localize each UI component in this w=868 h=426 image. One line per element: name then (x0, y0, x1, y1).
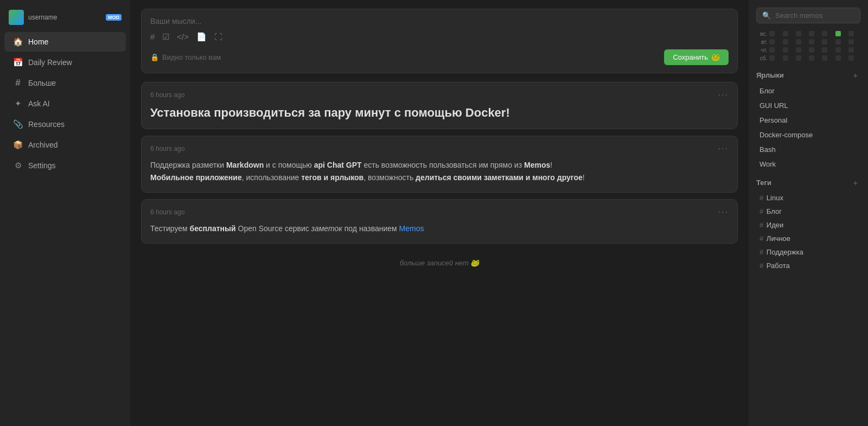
calendar-row-tue: вт. (756, 39, 860, 45)
heading-toolbar-icon[interactable]: # (150, 32, 155, 42)
search-box[interactable]: 🔍 (756, 8, 860, 23)
sidebar-item-daily-review[interactable]: 📅 Daily Review (4, 53, 126, 72)
cal-dot (769, 39, 775, 44)
cal-dot (783, 47, 788, 53)
label-blog[interactable]: Блог (756, 84, 860, 98)
cal-dot (783, 55, 788, 61)
sidebar-label-archived: Archived (28, 141, 58, 149)
checkbox-toolbar-icon[interactable]: ☑ (162, 32, 169, 42)
cal-dot (848, 31, 854, 36)
username-text: username (28, 14, 101, 21)
labels-section-title: Ярлыки (756, 71, 784, 79)
cal-label-sat: сб. (756, 55, 768, 61)
sidebar-logo: username MOD (0, 7, 130, 31)
save-button[interactable]: Сохранить 🐸 (664, 49, 729, 65)
visibility-text: Видно только вам (162, 53, 221, 61)
cal-dot (809, 47, 814, 53)
cal-dot (835, 55, 841, 61)
no-more-label: больше записей нет 🐸 (141, 250, 738, 280)
cal-dot-active (835, 31, 841, 36)
cal-dot (822, 31, 827, 36)
main-content: Ваши мысли... # ☑ </> 📄 ⛶ 🔒 Видно только… (130, 0, 749, 426)
memo-card-3: 6 hours ago ··· Тестируем бесплатный Ope… (141, 199, 738, 244)
cal-dot (796, 39, 801, 44)
save-label: Сохранить (673, 53, 708, 61)
cal-dot (822, 47, 827, 53)
tag-support[interactable]: # Поддержка (756, 246, 860, 258)
label-docker-compose[interactable]: Docker-compose (756, 128, 860, 142)
search-icon: 🔍 (762, 11, 771, 20)
calendar-icon: 📅 (13, 58, 23, 67)
memos-link[interactable]: Memos (399, 224, 424, 233)
hash-icon: # (13, 78, 23, 88)
save-icon: 🐸 (711, 53, 720, 61)
lock-icon: 🔒 (150, 53, 159, 61)
fullscreen-toolbar-icon[interactable]: ⛶ (214, 32, 222, 42)
label-gui-url[interactable]: GUI URL (756, 99, 860, 112)
search-input[interactable] (775, 11, 854, 20)
cal-dot (783, 31, 788, 36)
sidebar-label-daily-review: Daily Review (28, 58, 72, 67)
tag-blog[interactable]: # Блог (756, 205, 860, 218)
calendar-row-sat: сб. (756, 55, 860, 61)
cal-dot (848, 39, 854, 44)
cal-label-tue: вт. (756, 39, 768, 45)
compose-placeholder[interactable]: Ваши мысли... (150, 17, 729, 26)
tag-hash: # (760, 221, 763, 229)
sidebar-item-explore[interactable]: # Больше (4, 73, 126, 93)
sidebar-item-archived[interactable]: 📦 Archived (4, 135, 126, 155)
sidebar-label-ask-ai: Ask AI (28, 99, 50, 108)
tag-personal[interactable]: # Личное (756, 232, 860, 245)
sidebar-label-explore: Больше (28, 79, 56, 87)
memo-card-2: 6 hours ago ··· Поддержка разметки Markd… (141, 136, 738, 193)
cal-dot (822, 55, 827, 61)
add-label-button[interactable]: + (851, 70, 860, 80)
home-icon: 🏠 (13, 37, 23, 47)
sidebar-label-settings: Settings (28, 161, 56, 170)
label-work[interactable]: Work (756, 157, 860, 171)
add-tag-button[interactable]: + (851, 177, 860, 187)
memo-more-1[interactable]: ··· (718, 90, 729, 100)
memo-more-3[interactable]: ··· (718, 207, 729, 217)
sidebar-label-resources: Resources (28, 120, 65, 129)
tag-ideas[interactable]: # Идеи (756, 219, 860, 231)
gear-icon: ⚙ (13, 161, 23, 170)
calendar-row-sun: вс. (756, 31, 860, 37)
tag-linux[interactable]: # Linux (756, 192, 860, 204)
memo-more-2[interactable]: ··· (718, 144, 729, 154)
sidebar: username MOD 🏠 Home 📅 Daily Review # Бол… (0, 0, 130, 426)
cal-dot (848, 55, 854, 61)
labels-list: Блог GUI URL Personal Docker-compose Bas… (756, 84, 860, 171)
memo-time-2: 6 hours ago (150, 145, 184, 152)
sidebar-item-resources[interactable]: 📎 Resources (4, 115, 126, 134)
sidebar-item-settings[interactable]: ⚙ Settings (4, 156, 126, 175)
memo-header-2: 6 hours ago ··· (150, 144, 729, 154)
cal-dot (822, 39, 827, 44)
visibility-control[interactable]: 🔒 Видно только вам (150, 53, 221, 61)
cal-dot (809, 39, 814, 44)
tags-section-title: Теги (756, 179, 771, 187)
memo-body-2: Поддержка разметки Markdown и с помощью … (150, 159, 729, 185)
label-personal[interactable]: Personal (756, 113, 860, 127)
cal-dot (796, 31, 801, 36)
ai-icon: ✦ (13, 99, 23, 109)
cal-dot (769, 55, 775, 61)
cal-label-thu: чт. (756, 47, 768, 53)
tag-work[interactable]: # Работа (756, 259, 860, 272)
tag-hash: # (760, 248, 763, 256)
sidebar-item-ask-ai[interactable]: ✦ Ask AI (4, 94, 126, 113)
file-toolbar-icon[interactable]: 📄 (196, 32, 207, 42)
memo-title-1: Установка производиться за пару минут с … (150, 105, 729, 121)
code-toolbar-icon[interactable]: </> (177, 32, 189, 42)
cal-dot (809, 55, 814, 61)
tag-hash: # (760, 194, 763, 202)
tags-list: # Linux # Блог # Идеи # Личное # Поддерж… (756, 192, 860, 272)
memo-header-1: 6 hours ago ··· (150, 90, 729, 100)
archive-icon: 📦 (13, 140, 23, 150)
memo-time-3: 6 hours ago (150, 208, 184, 216)
memo-body-3: Тестируем бесплатный Open Source сервис … (150, 222, 729, 236)
app-logo-icon (9, 10, 24, 25)
label-bash[interactable]: Bash (756, 143, 860, 156)
memo-card-1: 6 hours ago ··· Установка производиться … (141, 82, 738, 129)
sidebar-item-home[interactable]: 🏠 Home (4, 32, 126, 52)
